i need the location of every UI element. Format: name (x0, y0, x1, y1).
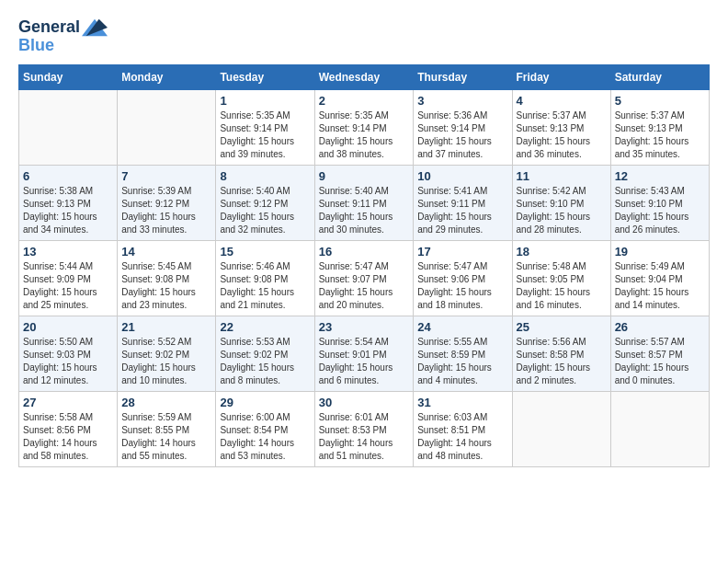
calendar-cell: 28Sunrise: 5:59 AMSunset: 8:55 PMDayligh… (118, 392, 216, 467)
calendar-cell: 14Sunrise: 5:45 AMSunset: 9:08 PMDayligh… (118, 241, 216, 316)
day-info: Sunrise: 5:43 AMSunset: 9:10 PMDaylight:… (615, 185, 705, 236)
calendar-cell: 10Sunrise: 5:41 AMSunset: 9:11 PMDayligh… (414, 166, 512, 241)
day-number: 31 (417, 396, 507, 409)
calendar-cell: 12Sunrise: 5:43 AMSunset: 9:10 PMDayligh… (610, 166, 709, 241)
day-number: 13 (23, 245, 113, 259)
calendar-week-row: 1Sunrise: 5:35 AMSunset: 9:14 PMDaylight… (19, 90, 710, 166)
day-number: 21 (121, 320, 211, 334)
calendar-cell: 15Sunrise: 5:46 AMSunset: 9:08 PMDayligh… (216, 241, 314, 316)
calendar-cell (118, 90, 216, 166)
calendar-cell: 7Sunrise: 5:39 AMSunset: 9:12 PMDaylight… (118, 166, 216, 241)
day-number: 20 (23, 320, 113, 334)
weekday-header: Monday (118, 65, 216, 90)
day-number: 11 (517, 169, 607, 183)
calendar-week-row: 6Sunrise: 5:38 AMSunset: 9:13 PMDaylight… (19, 166, 710, 241)
weekday-header: Sunday (19, 65, 118, 90)
day-number: 19 (615, 245, 705, 259)
day-number: 25 (517, 320, 607, 334)
day-info: Sunrise: 5:40 AMSunset: 9:12 PMDaylight:… (220, 185, 310, 236)
day-number: 23 (319, 320, 410, 334)
calendar-cell: 30Sunrise: 6:01 AMSunset: 8:53 PMDayligh… (314, 392, 414, 467)
day-number: 29 (220, 396, 310, 409)
calendar-cell: 25Sunrise: 5:56 AMSunset: 8:58 PMDayligh… (512, 316, 610, 392)
calendar-cell: 20Sunrise: 5:50 AMSunset: 9:03 PMDayligh… (19, 316, 118, 392)
day-number: 10 (417, 169, 507, 183)
day-info: Sunrise: 5:55 AMSunset: 8:59 PMDaylight:… (417, 336, 507, 387)
calendar-week-row: 20Sunrise: 5:50 AMSunset: 9:03 PMDayligh… (19, 316, 710, 392)
day-info: Sunrise: 5:41 AMSunset: 9:11 PMDaylight:… (417, 185, 507, 236)
calendar-cell: 3Sunrise: 5:36 AMSunset: 9:14 PMDaylight… (414, 90, 512, 166)
logo-text: General Blue (18, 18, 108, 55)
calendar-cell: 18Sunrise: 5:48 AMSunset: 9:05 PMDayligh… (512, 241, 610, 316)
calendar-cell: 21Sunrise: 5:52 AMSunset: 9:02 PMDayligh… (118, 316, 216, 392)
day-number: 28 (121, 396, 211, 409)
day-number: 8 (220, 169, 310, 183)
day-number: 30 (319, 396, 410, 409)
day-info: Sunrise: 5:57 AMSunset: 8:57 PMDaylight:… (615, 336, 705, 387)
calendar-table: SundayMondayTuesdayWednesdayThursdayFrid… (18, 64, 710, 467)
logo: General Blue (18, 18, 108, 55)
weekday-header: Tuesday (216, 65, 314, 90)
day-info: Sunrise: 5:49 AMSunset: 9:04 PMDaylight:… (615, 260, 705, 312)
day-info: Sunrise: 5:42 AMSunset: 9:10 PMDaylight:… (517, 185, 607, 236)
calendar-cell: 5Sunrise: 5:37 AMSunset: 9:13 PMDaylight… (610, 90, 709, 166)
day-number: 22 (220, 320, 310, 334)
day-info: Sunrise: 5:35 AMSunset: 9:14 PMDaylight:… (319, 109, 410, 161)
day-info: Sunrise: 5:58 AMSunset: 8:56 PMDaylight:… (23, 411, 113, 463)
day-info: Sunrise: 5:45 AMSunset: 9:08 PMDaylight:… (121, 260, 211, 312)
day-number: 14 (121, 245, 211, 259)
day-info: Sunrise: 5:52 AMSunset: 9:02 PMDaylight:… (121, 336, 211, 387)
calendar-cell: 26Sunrise: 5:57 AMSunset: 8:57 PMDayligh… (610, 316, 709, 392)
day-number: 15 (220, 245, 310, 259)
calendar-cell: 24Sunrise: 5:55 AMSunset: 8:59 PMDayligh… (414, 316, 512, 392)
day-info: Sunrise: 5:39 AMSunset: 9:12 PMDaylight:… (121, 185, 211, 236)
calendar-cell: 1Sunrise: 5:35 AMSunset: 9:14 PMDaylight… (216, 90, 314, 166)
calendar-cell: 19Sunrise: 5:49 AMSunset: 9:04 PMDayligh… (610, 241, 709, 316)
calendar-cell: 2Sunrise: 5:35 AMSunset: 9:14 PMDaylight… (314, 90, 414, 166)
weekday-header: Wednesday (314, 65, 414, 90)
day-info: Sunrise: 5:56 AMSunset: 8:58 PMDaylight:… (517, 336, 607, 387)
day-info: Sunrise: 5:50 AMSunset: 9:03 PMDaylight:… (23, 336, 113, 387)
weekday-header: Friday (512, 65, 610, 90)
day-info: Sunrise: 5:37 AMSunset: 9:13 PMDaylight:… (615, 109, 705, 161)
day-number: 16 (319, 245, 410, 259)
day-info: Sunrise: 5:59 AMSunset: 8:55 PMDaylight:… (121, 411, 211, 463)
calendar-cell: 27Sunrise: 5:58 AMSunset: 8:56 PMDayligh… (19, 392, 118, 467)
calendar-cell: 8Sunrise: 5:40 AMSunset: 9:12 PMDaylight… (216, 166, 314, 241)
day-number: 6 (23, 169, 113, 183)
day-number: 3 (417, 94, 507, 108)
day-number: 7 (121, 169, 211, 183)
day-number: 27 (23, 396, 113, 409)
calendar-cell: 16Sunrise: 5:47 AMSunset: 9:07 PMDayligh… (314, 241, 414, 316)
day-info: Sunrise: 6:00 AMSunset: 8:54 PMDaylight:… (220, 411, 310, 463)
calendar-cell (512, 392, 610, 467)
day-info: Sunrise: 6:03 AMSunset: 8:51 PMDaylight:… (417, 411, 507, 463)
day-number: 24 (417, 320, 507, 334)
day-number: 17 (417, 245, 507, 259)
day-info: Sunrise: 5:37 AMSunset: 9:13 PMDaylight:… (517, 109, 607, 161)
calendar-cell (610, 392, 709, 467)
calendar-cell: 29Sunrise: 6:00 AMSunset: 8:54 PMDayligh… (216, 392, 314, 467)
calendar-cell: 6Sunrise: 5:38 AMSunset: 9:13 PMDaylight… (19, 166, 118, 241)
calendar-week-row: 13Sunrise: 5:44 AMSunset: 9:09 PMDayligh… (19, 241, 710, 316)
day-info: Sunrise: 5:46 AMSunset: 9:08 PMDaylight:… (220, 260, 310, 312)
day-number: 12 (615, 169, 705, 183)
day-number: 4 (517, 94, 607, 108)
calendar-cell: 13Sunrise: 5:44 AMSunset: 9:09 PMDayligh… (19, 241, 118, 316)
day-number: 26 (615, 320, 705, 334)
day-info: Sunrise: 5:47 AMSunset: 9:06 PMDaylight:… (417, 260, 507, 312)
calendar-header-row: SundayMondayTuesdayWednesdayThursdayFrid… (19, 65, 710, 90)
day-info: Sunrise: 5:44 AMSunset: 9:09 PMDaylight:… (23, 260, 113, 312)
page-header: General Blue (18, 18, 710, 55)
day-info: Sunrise: 5:35 AMSunset: 9:14 PMDaylight:… (220, 109, 310, 161)
day-info: Sunrise: 6:01 AMSunset: 8:53 PMDaylight:… (319, 411, 410, 463)
day-info: Sunrise: 5:54 AMSunset: 9:01 PMDaylight:… (319, 336, 410, 387)
day-number: 18 (517, 245, 607, 259)
day-number: 9 (319, 169, 410, 183)
day-number: 2 (319, 94, 410, 108)
calendar-cell: 9Sunrise: 5:40 AMSunset: 9:11 PMDaylight… (314, 166, 414, 241)
weekday-header: Saturday (610, 65, 709, 90)
calendar-cell: 31Sunrise: 6:03 AMSunset: 8:51 PMDayligh… (414, 392, 512, 467)
calendar-cell: 23Sunrise: 5:54 AMSunset: 9:01 PMDayligh… (314, 316, 414, 392)
calendar-cell: 4Sunrise: 5:37 AMSunset: 9:13 PMDaylight… (512, 90, 610, 166)
